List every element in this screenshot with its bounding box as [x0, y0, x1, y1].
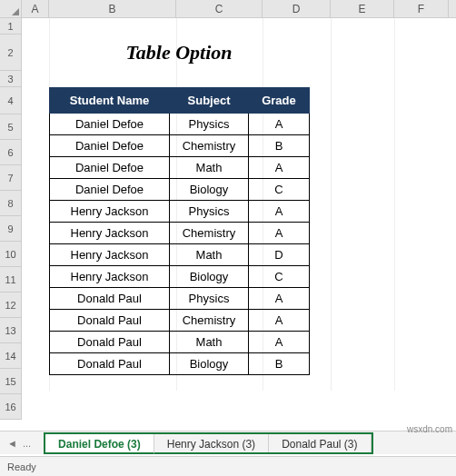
- watermark: wsxdn.com: [407, 424, 452, 434]
- cell-grade[interactable]: C: [249, 266, 310, 288]
- row-header-3[interactable]: 3: [0, 71, 22, 87]
- page-title: Table Option: [49, 35, 309, 71]
- row-header-5[interactable]: 5: [0, 114, 22, 140]
- cell-grade[interactable]: A: [249, 201, 310, 223]
- cell-subject[interactable]: Chemistry: [170, 135, 249, 157]
- cell-grade[interactable]: A: [249, 157, 310, 179]
- row-headers: 1 2 3 4 5 6 7 8 9 10 11 12 13 14 15 16: [0, 18, 22, 420]
- table-row[interactable]: Henry JacksonChemistryA: [50, 223, 310, 244]
- tab-navigation: ◄ ...: [0, 438, 38, 449]
- cell-grade[interactable]: A: [249, 310, 310, 332]
- cell-grade[interactable]: B: [249, 135, 310, 157]
- cell-grade[interactable]: A: [249, 288, 310, 310]
- cell-name[interactable]: Donald Paul: [50, 288, 170, 310]
- cell-name[interactable]: Daniel Defoe: [50, 157, 170, 179]
- sheet-tabs-bar: ◄ ... Daniel Defoe (3)Henry Jackson (3)D…: [0, 431, 456, 454]
- tab-prev-icon[interactable]: ◄: [7, 438, 17, 449]
- table-row[interactable]: Donald PaulChemistryA: [50, 310, 310, 332]
- table-row[interactable]: Henry JacksonMathD: [50, 244, 310, 266]
- col-header-F[interactable]: F: [394, 0, 449, 17]
- table-row[interactable]: Donald PaulMathA: [50, 332, 310, 353]
- header-subject[interactable]: Subject: [170, 88, 249, 114]
- row-header-13[interactable]: 13: [0, 318, 22, 343]
- row-header-15[interactable]: 15: [0, 369, 22, 394]
- table-row[interactable]: Donald PaulBiologyB: [50, 353, 310, 375]
- cell-subject[interactable]: Biology: [170, 266, 249, 288]
- tabs-highlight: Daniel Defoe (3)Henry Jackson (3)Donald …: [44, 432, 372, 454]
- column-headers: A B C D E F: [0, 0, 456, 18]
- cell-name[interactable]: Daniel Defoe: [50, 114, 170, 135]
- table-row[interactable]: Daniel DefoeBiologyC: [50, 179, 310, 201]
- cell-subject[interactable]: Physics: [170, 114, 249, 135]
- row-header-14[interactable]: 14: [0, 343, 22, 369]
- cell-subject[interactable]: Math: [170, 332, 249, 353]
- tab-menu-icon[interactable]: ...: [23, 438, 31, 449]
- cell-grade[interactable]: C: [249, 179, 310, 201]
- cell-grade[interactable]: B: [249, 353, 310, 375]
- cell-subject[interactable]: Chemistry: [170, 310, 249, 332]
- cell-name[interactable]: Henry Jackson: [50, 201, 170, 223]
- cell-subject[interactable]: Biology: [170, 353, 249, 375]
- row-header-10[interactable]: 10: [0, 242, 22, 267]
- col-header-A[interactable]: A: [22, 0, 49, 17]
- cell-name[interactable]: Donald Paul: [50, 332, 170, 353]
- row-header-16[interactable]: 16: [0, 394, 22, 420]
- row-header-6[interactable]: 6: [0, 140, 22, 165]
- table-row[interactable]: Donald PaulPhysicsA: [50, 288, 310, 310]
- spreadsheet-grid[interactable]: A B C D E F 1 2 3 4 5 6 7 8 9 10 11 12 1…: [0, 0, 456, 436]
- cell-name[interactable]: Henry Jackson: [50, 244, 170, 266]
- row-header-2[interactable]: 2: [0, 35, 22, 71]
- row-header-7[interactable]: 7: [0, 165, 22, 191]
- cell-grade[interactable]: D: [249, 244, 310, 266]
- row-header-12[interactable]: 12: [0, 293, 22, 318]
- table-row[interactable]: Henry JacksonPhysicsA: [50, 201, 310, 223]
- col-header-D[interactable]: D: [263, 0, 331, 17]
- cell-name[interactable]: Donald Paul: [50, 310, 170, 332]
- cell-grade[interactable]: A: [249, 223, 310, 244]
- cell-subject[interactable]: Math: [170, 157, 249, 179]
- cell-name[interactable]: Henry Jackson: [50, 266, 170, 288]
- cell-grade[interactable]: A: [249, 332, 310, 353]
- data-table: Student Name Subject Grade Daniel DefoeP…: [49, 87, 310, 375]
- sheet-tab[interactable]: Donald Paul (3): [269, 434, 371, 452]
- col-header-E[interactable]: E: [331, 0, 394, 17]
- sheet-tab[interactable]: Daniel Defoe (3): [45, 434, 154, 454]
- cell-subject[interactable]: Physics: [170, 288, 249, 310]
- row-header-9[interactable]: 9: [0, 216, 22, 242]
- cell-name[interactable]: Donald Paul: [50, 353, 170, 375]
- row-header-4[interactable]: 4: [0, 87, 22, 114]
- status-text: Ready: [7, 461, 36, 472]
- table-row[interactable]: Daniel DefoeMathA: [50, 157, 310, 179]
- table-row[interactable]: Daniel DefoeChemistryB: [50, 135, 310, 157]
- table-row[interactable]: Henry JacksonBiologyC: [50, 266, 310, 288]
- header-student-name[interactable]: Student Name: [50, 88, 170, 114]
- cell-subject[interactable]: Chemistry: [170, 223, 249, 244]
- cell-name[interactable]: Daniel Defoe: [50, 135, 170, 157]
- cell-subject[interactable]: Physics: [170, 201, 249, 223]
- table-header-row: Student Name Subject Grade: [50, 88, 310, 114]
- header-grade[interactable]: Grade: [249, 88, 310, 114]
- col-header-B[interactable]: B: [49, 0, 176, 17]
- sheet-tab[interactable]: Henry Jackson (3): [154, 434, 269, 452]
- table-row[interactable]: Daniel DefoePhysicsA: [50, 114, 310, 135]
- row-header-11[interactable]: 11: [0, 267, 22, 293]
- cell-name[interactable]: Daniel Defoe: [50, 179, 170, 201]
- cell-subject[interactable]: Math: [170, 244, 249, 266]
- row-header-1[interactable]: 1: [0, 18, 22, 35]
- col-header-C[interactable]: C: [176, 0, 263, 17]
- status-bar: Ready: [0, 456, 456, 476]
- select-all-corner[interactable]: [0, 0, 22, 17]
- cell-name[interactable]: Henry Jackson: [50, 223, 170, 244]
- cell-subject[interactable]: Biology: [170, 179, 249, 201]
- row-header-8[interactable]: 8: [0, 191, 22, 216]
- cell-grade[interactable]: A: [249, 114, 310, 135]
